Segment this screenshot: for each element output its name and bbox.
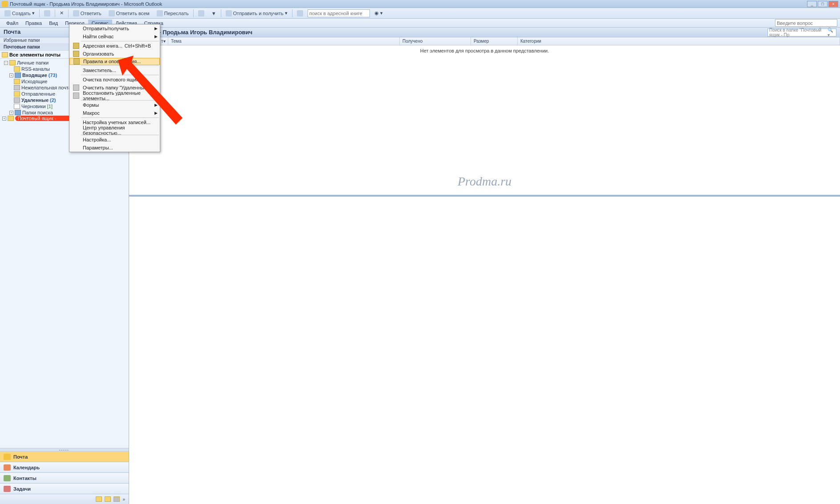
- address-search-input[interactable]: [308, 9, 370, 17]
- toolbar: Создать ▾ ✕ Ответить Ответить всем Перес…: [0, 8, 840, 19]
- reading-pane: [129, 197, 840, 504]
- menu-item-10[interactable]: Макрос▶: [69, 109, 160, 117]
- envelope-icon: [2, 52, 8, 57]
- mail-icon: [4, 454, 11, 460]
- contacts-icon: [4, 475, 11, 481]
- menu-edit[interactable]: Правка: [22, 20, 45, 27]
- sent-icon: [14, 91, 20, 97]
- reply-all-button[interactable]: Ответить всем: [106, 9, 152, 17]
- navbtn-mail[interactable]: Почта: [0, 452, 129, 462]
- titlebar: Почтовый ящик - Продьма Игорь Владимиров…: [0, 0, 840, 8]
- column-headers: т ▾ Тема Получено Размер Категории: [129, 37, 840, 45]
- search-folder-icon: [15, 110, 21, 115]
- categorize-icon: [198, 10, 204, 16]
- navbtn-contacts[interactable]: Контакты: [0, 473, 129, 484]
- shortcut-list-icon[interactable]: [114, 496, 120, 502]
- menu-item-1[interactable]: Найти сейчас▶: [69, 32, 160, 40]
- send-receive-button[interactable]: Отправить и получить ▾: [223, 9, 290, 17]
- menu-item-5[interactable]: Заместитель...: [69, 66, 160, 74]
- trash-icon: [14, 97, 20, 103]
- flag-button[interactable]: ▼: [209, 10, 219, 17]
- shortcut-icon[interactable]: [96, 496, 102, 502]
- maximize-button[interactable]: □: [818, 1, 828, 7]
- calendar-icon: [4, 464, 11, 471]
- navbtn-calendar[interactable]: Календарь: [0, 462, 129, 473]
- drafts-icon: [14, 104, 20, 109]
- window-title: Почтовый ящик - Продьма Игорь Владимиров…: [10, 1, 162, 7]
- reply-button[interactable]: Ответить: [70, 9, 104, 17]
- menu-item-14[interactable]: Параметры...: [69, 144, 160, 152]
- inbox-icon: [15, 73, 21, 78]
- folder-icon: [14, 66, 20, 72]
- menu-item-8[interactable]: Восстановить удаленные элементы...: [69, 92, 160, 100]
- forward-icon: [157, 10, 163, 16]
- col-received[interactable]: Получено: [400, 37, 471, 45]
- close-button[interactable]: ×: [828, 1, 838, 7]
- reply-icon: [73, 10, 79, 16]
- delete-button[interactable]: ✕: [57, 9, 66, 17]
- menu-file[interactable]: Файл: [3, 20, 22, 27]
- watermark: Prodma.ru: [458, 174, 511, 189]
- outlook-icon: [2, 1, 8, 7]
- message-list: Нет элементов для просмотра в данном пре…: [129, 45, 840, 197]
- question-input[interactable]: [775, 19, 837, 27]
- col-categories[interactable]: Категории: [518, 37, 840, 45]
- service-dropdown: Отправить/получить▶Найти сейчас▶Адресная…: [69, 24, 160, 152]
- nav-resize-handle[interactable]: •••••: [0, 448, 129, 452]
- book-icon: [297, 10, 303, 16]
- col-size[interactable]: Размер: [471, 37, 518, 45]
- main-header: ый ящик - Продьма Игорь Владимирович Пои…: [129, 28, 840, 37]
- nav-footer: »: [0, 494, 129, 504]
- main-pane: ый ящик - Продьма Игорь Владимирович Пои…: [129, 28, 840, 504]
- folder-icon: [9, 60, 16, 65]
- tasks-icon: [4, 486, 11, 492]
- menu-item-3[interactable]: Организовать: [69, 50, 160, 58]
- print-icon: [44, 10, 50, 16]
- mailbox-icon: [8, 116, 14, 121]
- help-button[interactable]: ◉ ▾: [372, 9, 386, 17]
- expand-icon[interactable]: »: [122, 497, 125, 502]
- create-button[interactable]: Создать ▾: [2, 9, 37, 17]
- print-button[interactable]: [41, 9, 53, 17]
- menu-item-2[interactable]: Адресная книга...Ctrl+Shift+B: [69, 42, 160, 50]
- menu-item-4[interactable]: Правила и оповещения...: [69, 58, 160, 65]
- mail-new-icon: [4, 10, 11, 16]
- addressbook-button[interactable]: [294, 9, 306, 17]
- menu-item-13[interactable]: Настройка...: [69, 136, 160, 144]
- col-subject[interactable]: Тема: [168, 37, 400, 45]
- folder-search-input[interactable]: Поиск в папке "Почтовый ящик - Пр🔍 ▾: [767, 28, 836, 36]
- menu-view[interactable]: Вид: [45, 20, 61, 27]
- menu-item-0[interactable]: Отправить/получить▶: [69, 24, 160, 32]
- minimize-button[interactable]: _: [807, 1, 817, 7]
- folder-icon[interactable]: [105, 496, 111, 502]
- menu-item-6[interactable]: Очистка почтового ящика...: [69, 76, 160, 84]
- junk-icon: [14, 85, 20, 90]
- menu-item-9[interactable]: Формы▶: [69, 101, 160, 109]
- navbtn-tasks[interactable]: Задачи: [0, 484, 129, 494]
- empty-message: Нет элементов для просмотра в данном пре…: [420, 48, 549, 53]
- menu-item-12[interactable]: Центр управления безопасностью...: [69, 126, 160, 134]
- send-receive-icon: [226, 10, 232, 16]
- reply-all-icon: [109, 10, 115, 16]
- categorize-button[interactable]: [195, 9, 207, 17]
- forward-button[interactable]: Переслать: [154, 9, 191, 17]
- outbox-icon: [14, 79, 20, 84]
